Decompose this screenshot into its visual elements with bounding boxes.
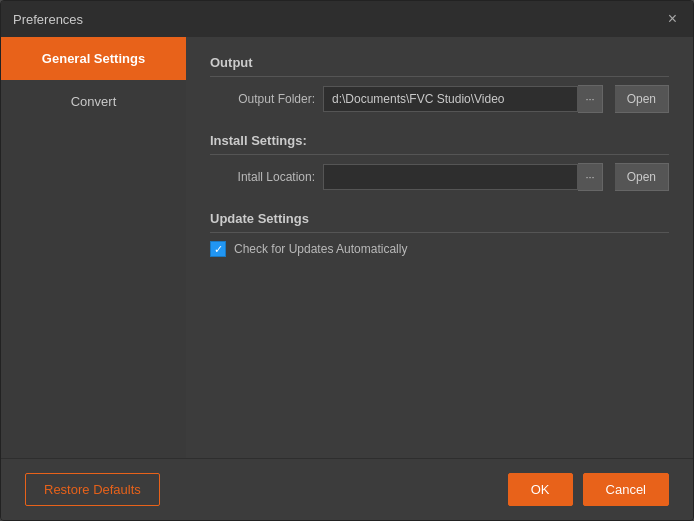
install-location-open-button[interactable]: Open xyxy=(615,163,669,191)
main-content: Output Output Folder: ··· Open Install S… xyxy=(186,37,693,458)
output-folder-row: Output Folder: ··· Open xyxy=(210,85,669,113)
install-section: Install Settings: Intall Location: ··· O… xyxy=(210,133,669,191)
footer-left: Restore Defaults xyxy=(25,473,160,506)
checkmark-icon: ✓ xyxy=(214,244,223,255)
ok-button[interactable]: OK xyxy=(508,473,573,506)
install-location-input[interactable] xyxy=(323,164,578,190)
output-folder-open-button[interactable]: Open xyxy=(615,85,669,113)
footer-right: OK Cancel xyxy=(508,473,669,506)
install-location-row: Intall Location: ··· Open xyxy=(210,163,669,191)
install-section-header: Install Settings: xyxy=(210,133,669,155)
auto-update-checkbox[interactable]: ✓ xyxy=(210,241,226,257)
dialog-title: Preferences xyxy=(13,12,83,27)
sidebar-item-general-settings[interactable]: General Settings xyxy=(1,37,186,80)
dialog-body: General Settings Convert Output Output F… xyxy=(1,37,693,458)
title-bar: Preferences × xyxy=(1,1,693,37)
install-location-label: Intall Location: xyxy=(210,170,315,184)
output-folder-input[interactable] xyxy=(323,86,578,112)
output-folder-label: Output Folder: xyxy=(210,92,315,106)
preferences-dialog: Preferences × General Settings Convert O… xyxy=(0,0,694,521)
auto-update-label: Check for Updates Automatically xyxy=(234,242,407,256)
update-section: Update Settings ✓ Check for Updates Auto… xyxy=(210,211,669,257)
update-section-header: Update Settings xyxy=(210,211,669,233)
restore-defaults-button[interactable]: Restore Defaults xyxy=(25,473,160,506)
footer: Restore Defaults OK Cancel xyxy=(1,458,693,520)
output-folder-input-group: ··· xyxy=(323,85,603,113)
output-section: Output Output Folder: ··· Open xyxy=(210,55,669,113)
sidebar-item-convert[interactable]: Convert xyxy=(1,80,186,123)
output-folder-dots-button[interactable]: ··· xyxy=(578,85,602,113)
cancel-button[interactable]: Cancel xyxy=(583,473,669,506)
install-location-input-group: ··· xyxy=(323,163,603,191)
install-location-dots-button[interactable]: ··· xyxy=(578,163,602,191)
sidebar: General Settings Convert xyxy=(1,37,186,458)
auto-update-row: ✓ Check for Updates Automatically xyxy=(210,241,669,257)
output-section-header: Output xyxy=(210,55,669,77)
close-button[interactable]: × xyxy=(664,9,681,29)
